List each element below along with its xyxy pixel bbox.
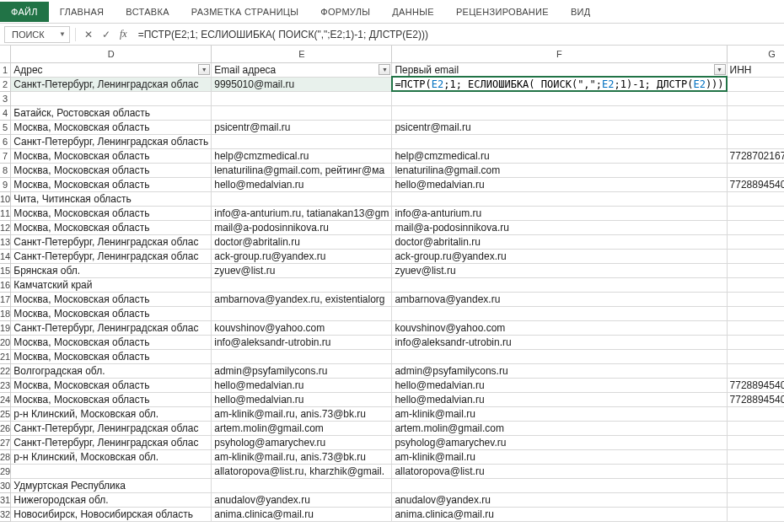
row-header[interactable]: 8 [0, 163, 11, 177]
cell-G20[interactable] [727, 335, 784, 349]
cell-D32[interactable]: Новосибирск, Новосибирская область [11, 507, 212, 521]
row-header[interactable]: 6 [0, 134, 11, 148]
cell-F22[interactable]: admin@psyfamilycons.ru [392, 363, 727, 378]
table-header-cell[interactable]: Адрес▼ [11, 62, 212, 77]
cell-F23[interactable]: hello@medalvian.ru [392, 378, 727, 392]
row-header[interactable]: 25 [0, 406, 11, 421]
row-header[interactable]: 18 [0, 306, 11, 320]
name-box-dropdown-icon[interactable]: ▼ [59, 30, 66, 38]
cell-D3[interactable] [11, 91, 212, 105]
filter-dropdown-icon[interactable]: ▼ [379, 64, 390, 75]
cell-G12[interactable] [727, 220, 784, 234]
table-header-cell[interactable]: ИНН▼ [727, 62, 784, 77]
cell-G10[interactable] [727, 191, 784, 206]
cell-G8[interactable] [727, 163, 784, 177]
row-header[interactable]: 17 [0, 292, 11, 306]
tab-главная[interactable]: ГЛАВНАЯ [49, 2, 115, 22]
cell-G23[interactable]: 7728894540, 9729 [727, 378, 784, 392]
row-header[interactable]: 19 [0, 320, 11, 335]
cell-D21[interactable]: Москва, Московская область [11, 349, 212, 363]
cell-G17[interactable] [727, 292, 784, 306]
cell-F15[interactable]: zyuev@list.ru [392, 263, 727, 277]
cell-F10[interactable] [392, 191, 727, 206]
cell-F30[interactable] [392, 478, 727, 492]
cell-D27[interactable]: Санкт-Петербург, Ленинградская облас [11, 435, 212, 449]
cell-G26[interactable] [727, 421, 784, 435]
cell-E30[interactable] [212, 478, 392, 492]
cell-F17[interactable]: ambarnova@yandex.ru [392, 292, 727, 306]
cell-E15[interactable]: zyuev@list.ru [212, 263, 392, 277]
cell-F3[interactable] [392, 91, 727, 105]
cell-G28[interactable] [727, 449, 784, 464]
row-header[interactable]: 31 [0, 492, 11, 507]
cell-G27[interactable] [727, 435, 784, 449]
tab-рецензирование[interactable]: РЕЦЕНЗИРОВАНИЕ [445, 2, 560, 22]
cell-G19[interactable] [727, 320, 784, 335]
cell-F9[interactable]: hello@medalvian.ru [392, 177, 727, 191]
row-header[interactable]: 29 [0, 464, 11, 478]
tab-данные[interactable]: ДАННЫЕ [381, 2, 445, 22]
row-header[interactable]: 5 [0, 120, 11, 134]
cell-D23[interactable]: Москва, Московская область [11, 378, 212, 392]
cell-D31[interactable]: Нижегородская обл. [11, 492, 212, 507]
cell-E32[interactable]: anima.clinica@mail.ru [212, 507, 392, 521]
cell-E24[interactable]: hello@medalvian.ru [212, 392, 392, 406]
cell-D15[interactable]: Брянская обл. [11, 263, 212, 277]
cell-E8[interactable]: lenaturilina@gmail.com, рейтинг@ма [212, 163, 392, 177]
cell-F32[interactable]: anima.clinica@mail.ru [392, 507, 727, 521]
cell-E7[interactable]: help@cmzmedical.ru [212, 148, 392, 163]
tab-формулы[interactable]: ФОРМУЛЫ [309, 2, 381, 22]
cell-E14[interactable]: ack-group.ru@yandex.ru [212, 249, 392, 263]
cell-E25[interactable]: am-klinik@mail.ru, anis.73@bk.ru [212, 406, 392, 421]
cell-D2[interactable]: Санкт-Петербург, Ленинградская облас [11, 77, 212, 91]
cell-D11[interactable]: Москва, Московская область [11, 206, 212, 220]
cell-F16[interactable] [392, 277, 727, 292]
cell-E17[interactable]: ambarnova@yandex.ru, existentialorg [212, 292, 392, 306]
cell-E27[interactable]: psyholog@amarychev.ru [212, 435, 392, 449]
cell-E18[interactable] [212, 306, 392, 320]
cell-F13[interactable]: doctor@abritalin.ru [392, 234, 727, 249]
cell-D6[interactable]: Санкт-Петербург, Ленинградская область [11, 134, 212, 148]
row-header[interactable]: 27 [0, 435, 11, 449]
tab-вставка[interactable]: ВСТАВКА [115, 2, 180, 22]
row-header[interactable]: 1 [0, 62, 11, 77]
cell-E31[interactable]: anudalov@yandex.ru [212, 492, 392, 507]
cell-E23[interactable]: hello@medalvian.ru [212, 378, 392, 392]
cell-D25[interactable]: р-н Клинский, Московская обл. [11, 406, 212, 421]
cell-F25[interactable]: am-klinik@mail.ru [392, 406, 727, 421]
row-header[interactable]: 2 [0, 77, 11, 91]
cell-F21[interactable] [392, 349, 727, 363]
cell-E29[interactable]: allatoropova@list.ru, kharzhik@gmail. [212, 464, 392, 478]
cell-E20[interactable]: info@aleksandr-utrobin.ru [212, 335, 392, 349]
table-header-cell[interactable]: Email адреса▼ [212, 62, 392, 77]
cell-D30[interactable]: Удмуртская Республика [11, 478, 212, 492]
filter-dropdown-icon[interactable]: ▼ [198, 64, 210, 75]
cell-G14[interactable] [727, 249, 784, 263]
tab-вид[interactable]: ВИД [560, 2, 602, 22]
cell-E22[interactable]: admin@psyfamilycons.ru [212, 363, 392, 378]
cell-E13[interactable]: doctor@abritalin.ru [212, 234, 392, 249]
cell-E11[interactable]: info@a-anturium.ru, tatianakan13@gm [212, 206, 392, 220]
row-header[interactable]: 32 [0, 507, 11, 521]
table-header-cell[interactable]: Первый email▼ [392, 62, 727, 77]
cell-D14[interactable]: Санкт-Петербург, Ленинградская облас [11, 249, 212, 263]
cell-G13[interactable] [727, 234, 784, 249]
cell-F12[interactable]: mail@a-podosinnikova.ru [392, 220, 727, 234]
cell-G7[interactable]: 7728702167, 7728 [727, 148, 784, 163]
row-header[interactable]: 9 [0, 177, 11, 191]
cell-G15[interactable] [727, 263, 784, 277]
cell-G29[interactable] [727, 464, 784, 478]
cell-E6[interactable] [212, 134, 392, 148]
row-header[interactable]: 16 [0, 277, 11, 292]
accept-formula-button[interactable]: ✓ [99, 27, 114, 42]
cell-D4[interactable]: Батайск, Ростовская область [11, 105, 212, 120]
cell-E10[interactable] [212, 191, 392, 206]
cancel-formula-button[interactable]: ✕ [81, 27, 96, 42]
cell-F2[interactable]: =ПСТР(E2;1; ЕСЛИОШИБКА( ПОИСК(",";E2;1)-… [392, 77, 727, 91]
cell-F14[interactable]: ack-group.ru@yandex.ru [392, 249, 727, 263]
cell-G31[interactable] [727, 492, 784, 507]
cell-G16[interactable] [727, 277, 784, 292]
cell-E26[interactable]: artem.molin@gmail.com [212, 421, 392, 435]
cell-G6[interactable] [727, 134, 784, 148]
cell-D16[interactable]: Камчатский край [11, 277, 212, 292]
